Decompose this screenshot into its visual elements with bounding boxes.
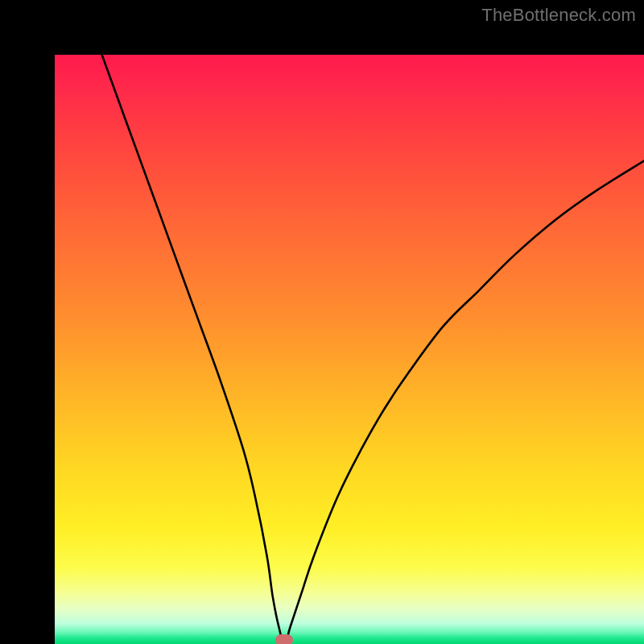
bottleneck-curve — [55, 55, 644, 644]
plot-area — [55, 55, 644, 644]
watermark-text: TheBottleneck.com — [481, 5, 636, 26]
minimum-marker — [275, 634, 293, 644]
chart-frame — [0, 0, 644, 644]
